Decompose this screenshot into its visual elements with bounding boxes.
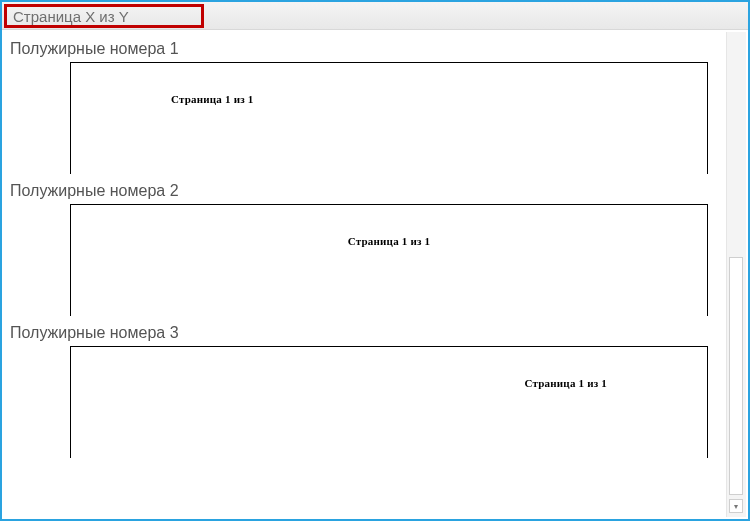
sample-text: Страница 1 из 1 <box>171 93 253 105</box>
scrollbar-track[interactable] <box>729 257 743 495</box>
section-title: Полужирные номера 2 <box>10 182 726 200</box>
gallery-section: Полужирные номера 1 Страница 1 из 1 <box>4 40 726 174</box>
category-label-highlighted: Страница X из Y <box>4 4 204 28</box>
gallery-header: Страница X из Y <box>2 2 748 30</box>
sample-text: Страница 1 из 1 <box>348 235 430 247</box>
preview-bold-3[interactable]: Страница 1 из 1 <box>70 346 708 458</box>
scrollbar-area: ▾ <box>726 32 746 517</box>
section-title: Полужирные номера 1 <box>10 40 726 58</box>
category-label: Страница X из Y <box>13 8 129 25</box>
sample-text: Страница 1 из 1 <box>525 377 607 389</box>
scroll-down-button[interactable]: ▾ <box>729 499 743 513</box>
preview-bold-1[interactable]: Страница 1 из 1 <box>70 62 708 174</box>
section-title: Полужирные номера 3 <box>10 324 726 342</box>
gallery-section: Полужирные номера 2 Страница 1 из 1 <box>4 182 726 316</box>
preview-bold-2[interactable]: Страница 1 из 1 <box>70 204 708 316</box>
gallery-content: Полужирные номера 1 Страница 1 из 1 Полу… <box>4 32 726 517</box>
gallery-section: Полужирные номера 3 Страница 1 из 1 <box>4 324 726 458</box>
chevron-down-icon: ▾ <box>734 502 738 511</box>
